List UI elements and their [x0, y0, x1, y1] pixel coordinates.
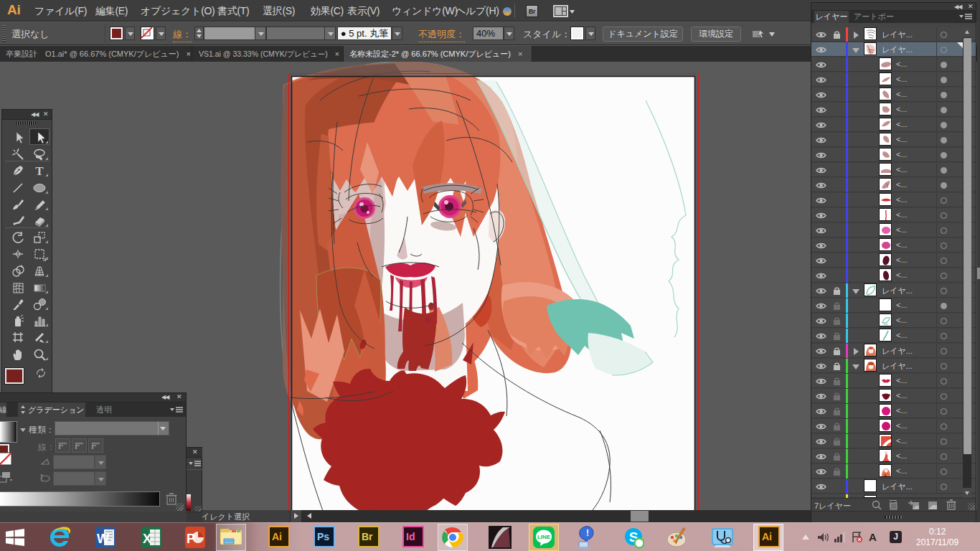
svg-text:!: !	[586, 528, 589, 538]
svg-text:T: T	[35, 164, 44, 178]
svg-text:LINE: LINE	[537, 534, 551, 540]
svg-text:X: X	[143, 532, 151, 546]
svg-text:W: W	[97, 532, 109, 546]
svg-text:P: P	[187, 532, 195, 546]
